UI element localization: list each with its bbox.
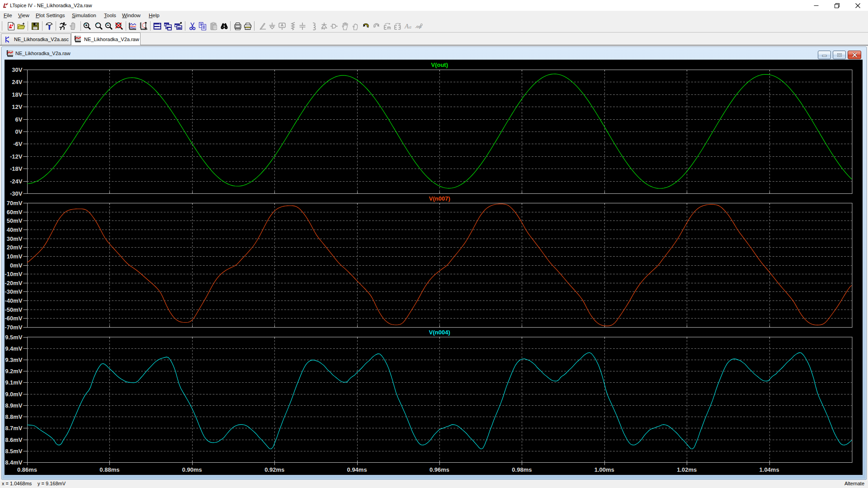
cursor-y-readout: y = 9.168mV [38, 481, 66, 486]
y-axis-label: 24V [12, 79, 22, 85]
y-axis-label: 18V [12, 91, 22, 98]
cursor-x-readout: x = 1.0468ms [2, 481, 32, 486]
toolbar-tile-horizontally-icon[interactable] [152, 21, 162, 31]
toolbar-place-ground-icon [267, 21, 277, 31]
toolbar-print-icon[interactable] [243, 21, 253, 31]
toolbar: Aa.op [0, 20, 868, 33]
toolbar-new-schematic-icon[interactable] [6, 21, 16, 31]
toolbar-place-text-icon: Aa [404, 21, 414, 31]
menu-simulation[interactable]: Simulation [72, 11, 96, 20]
close-button[interactable] [847, 0, 868, 11]
child-minimize-button[interactable] [818, 51, 831, 59]
y-axis-label: 9.3mV [5, 357, 23, 363]
menu-window[interactable]: Window [122, 11, 141, 20]
toolbar-undo-icon[interactable] [361, 21, 371, 31]
waveform-window-titlebar[interactable]: NE_Likhoradka_V2a.raw [6, 49, 71, 57]
toolbar-open-icon[interactable] [16, 21, 26, 31]
toolbar-halt-icon [68, 21, 78, 31]
menu-plot-settings[interactable]: Plot Settings [36, 11, 65, 20]
y-axis-label: 8.5mV [5, 448, 23, 455]
y-axis-label: 8.7mV [5, 425, 23, 432]
toolbar-draw-wire-icon [258, 21, 268, 31]
y-axis-label: -6V [13, 141, 23, 147]
toolbar-place-diode-icon [319, 21, 329, 31]
y-axis-label: -30V [10, 190, 23, 197]
y-axis-label: -40mV [5, 297, 22, 304]
menu-tools[interactable]: Tools [104, 11, 116, 20]
window-title: LTspice IV - NE_Likhoradka_V2a.raw [10, 0, 92, 11]
y-axis-label: 30V [12, 66, 22, 73]
y-axis-label: -60mV [5, 315, 22, 322]
toolbar-zoom-back-icon[interactable] [94, 21, 104, 31]
toolbar-copy-icon[interactable] [198, 21, 208, 31]
toolbar-separator [150, 21, 151, 31]
toolbar-separator [2, 21, 2, 31]
y-axis-label: 8.4mV [5, 459, 23, 466]
y-axis-label: 0V [15, 128, 23, 135]
toolbar-zoom-in-icon[interactable] [82, 21, 92, 31]
toolbar-print-preview-icon[interactable] [233, 21, 243, 31]
menu-view[interactable]: View [18, 11, 29, 20]
child-close-button[interactable] [848, 51, 861, 59]
toolbar-rotate-icon [393, 21, 403, 31]
y-axis-label: 60mV [7, 209, 23, 216]
y-axis-label: -12V [10, 153, 23, 160]
toolbar-paste-icon [209, 21, 219, 31]
toolbar-place-resistor-icon [288, 21, 298, 31]
toolbar-mirror-icon [382, 21, 392, 31]
toolbar-separator [230, 21, 231, 31]
y-axis-label: 8.9mV [5, 402, 23, 409]
toolbar-zoom-full-extents-icon[interactable] [114, 21, 124, 31]
y-axis-label: -24V [10, 178, 23, 185]
toolbar-control-panel-icon[interactable] [44, 21, 54, 31]
toolbar-save-icon[interactable] [30, 21, 40, 31]
tab-waveform-label: NE_Likhoradka_V2a.raw [84, 37, 139, 42]
y-axis-label: -10mV [5, 271, 22, 277]
x-axis-label: 1.04ms [760, 466, 779, 473]
toolbar-cascade-windows-icon[interactable] [173, 21, 183, 31]
toolbar-zoom-out-icon[interactable] [104, 21, 114, 31]
y-axis-label: 0mV [10, 262, 23, 269]
toolbar-autorange-y-axis-icon[interactable] [127, 21, 137, 31]
tab-schematic[interactable]: NE_Likhoradka_V2a.asc [1, 33, 71, 45]
x-axis-label: 1.02ms [677, 466, 697, 473]
waveform-plot-area[interactable]: 30V24V18V12V6V0V-6V-12V-18V-24V-30VV(out… [5, 60, 863, 475]
waveform-svg: 30V24V18V12V6V0V-6V-12V-18V-24V-30VV(out… [5, 60, 863, 475]
restore-button[interactable] [826, 0, 847, 11]
y-axis-label: 6V [15, 116, 23, 123]
tab-waveform[interactable]: NE_Likhoradka_V2a.raw [71, 33, 141, 45]
menu-help[interactable]: Help [149, 11, 160, 20]
ltspice-logo-icon [2, 2, 9, 9]
waveform-window-icon [6, 50, 14, 57]
y-axis-label: 20mV [7, 244, 23, 251]
toolbar-find-icon[interactable] [219, 21, 229, 31]
y-axis-label: 8.6mV [5, 436, 23, 443]
y-axis-label: 50mV [7, 217, 23, 224]
y-axis-label: 12V [12, 103, 22, 110]
menu-bar: FileViewPlot SettingsSimulationToolsWind… [0, 11, 868, 20]
child-restore-button[interactable] [833, 51, 846, 59]
pane-title: V(out) [431, 61, 448, 68]
y-axis-label: -50mV [5, 306, 22, 313]
menu-file[interactable]: File [4, 11, 12, 20]
toolbar-place-component-icon [329, 21, 339, 31]
y-axis-label: 9.5mV [5, 334, 23, 341]
y-axis-label: 9.2mV [5, 368, 23, 375]
toolbar-separator [80, 21, 81, 31]
y-axis-label: 9.0mV [5, 391, 23, 398]
toolbar-cut-icon[interactable] [188, 21, 198, 31]
y-axis-label: 70mV [7, 200, 23, 206]
toolbar-plot-settings-icon[interactable] [138, 21, 148, 31]
toolbar-redo-icon [372, 21, 382, 31]
toolbar-separator [28, 21, 28, 31]
y-axis-label: -30mV [5, 288, 22, 295]
waveform-icon [74, 35, 81, 43]
x-axis-label: 0.88ms [99, 466, 119, 473]
y-axis-label: -20mV [5, 280, 22, 286]
y-axis-label: 30mV [7, 235, 23, 242]
toolbar-spice-directive-icon: .op [414, 21, 424, 31]
toolbar-tile-vertically-icon[interactable] [163, 21, 173, 31]
x-axis-label: 0.86ms [17, 466, 37, 473]
toolbar-run-icon[interactable] [58, 21, 68, 31]
minimize-button[interactable] [806, 0, 826, 11]
